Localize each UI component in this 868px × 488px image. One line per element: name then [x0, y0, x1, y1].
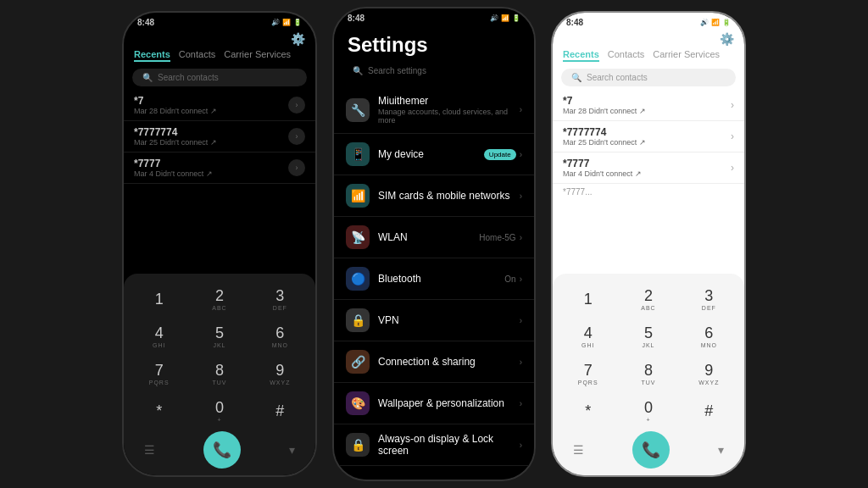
phone-3-nav-tabs: Recents Contacts Carrier Services [553, 47, 744, 65]
settings-arrow-miuithemer: › [520, 105, 522, 114]
dial-key-5[interactable]: 5JKL [191, 319, 248, 353]
phone-3-search-placeholder: Search contacts [587, 73, 648, 82]
settings-item-mydevice[interactable]: 📱 My device Update › [334, 134, 534, 175]
call-arrow-light-1: › [731, 99, 734, 111]
call-number-light-3: *7777 [563, 158, 731, 169]
settings-arrow-wlan: › [520, 233, 522, 242]
phone-2-time: 8:48 [348, 14, 364, 23]
dial-key-light-2[interactable]: 2ABC [620, 282, 676, 316]
settings-item-connection[interactable]: 🔗 Connection & sharing › [334, 341, 534, 383]
dial-key-light-hash[interactable]: # [681, 394, 737, 428]
gear-icon[interactable]: ⚙️ [291, 32, 305, 46]
menu-icon[interactable]: ☰ [144, 443, 155, 457]
dial-key-light-9[interactable]: 9WXYZ [681, 357, 737, 391]
settings-item-miuithemer[interactable]: 🔧 Miuithemer Manage accounts, cloud serv… [334, 86, 534, 134]
settings-item-sim[interactable]: 📶 SIM cards & mobile networks › [334, 175, 534, 217]
dial-key-light-7[interactable]: 7PQRS [559, 357, 616, 391]
dial-key-light-4[interactable]: 4GHI [559, 319, 616, 353]
settings-icon-connection: 🔗 [346, 350, 370, 374]
dial-key-light-3[interactable]: 3DEF [681, 282, 737, 316]
call-button-1[interactable]: 📞 [203, 431, 241, 469]
voicemail-icon[interactable]: ▾ [289, 443, 295, 457]
dial-key-4[interactable]: 4GHI [131, 319, 187, 353]
phone-1: 8:48 🔊 📶 🔋 ⚙️ Recents Contacts Carrier S… [122, 11, 317, 477]
settings-item-vpn[interactable]: 🔒 VPN › [334, 300, 534, 341]
tab-contacts[interactable]: Contacts [179, 49, 215, 62]
call-number-1: *7 [134, 95, 288, 107]
call-item-light-2[interactable]: *7777774 Mar 25 Didn't connect ↗ › [553, 121, 744, 152]
call-arrow-2: › [288, 128, 305, 145]
call-date-light-3: Mar 4 Didn't connect ↗ [563, 169, 731, 178]
phone-3-screen: 8:48 🔊 📶 🔋 ⚙️ Recents Contacts Carrier S… [553, 13, 744, 475]
voicemail-icon-light[interactable]: ▾ [718, 443, 724, 457]
phone-3-search-bar[interactable]: 🔍 Search contacts [561, 69, 736, 86]
dial-key-light-6[interactable]: 6MNO [681, 319, 737, 353]
settings-item-aod[interactable]: 🔒 Always-on display & Lock screen › [334, 424, 534, 466]
dial-key-light-8[interactable]: 8TUV [620, 357, 676, 391]
phone-1-search-bar[interactable]: 🔍 Search contacts [132, 69, 307, 86]
call-button-3[interactable]: 📞 [632, 431, 670, 469]
call-number-2: *7777774 [134, 126, 288, 138]
settings-name-miuithemer: Miuithemer [378, 95, 516, 107]
tab-contacts-light[interactable]: Contacts [608, 49, 644, 62]
call-item-1[interactable]: *7 Mar 28 Didn't connect ↗ › [124, 90, 315, 121]
settings-arrow-mydevice: › [520, 150, 522, 159]
phone-3-status-icons: 🔊 📶 🔋 [700, 19, 731, 26]
settings-arrow-aod: › [520, 441, 522, 450]
call-info-light-2: *7777774 Mar 25 Didn't connect ↗ [563, 126, 731, 147]
phones-container: 8:48 🔊 📶 🔋 ⚙️ Recents Contacts Carrier S… [0, 0, 868, 488]
settings-icon-miuithemer: 🔧 [346, 98, 370, 122]
call-info-light-3: *7777 Mar 4 Didn't connect ↗ [563, 158, 731, 178]
dial-key-2[interactable]: 2ABC [191, 282, 248, 316]
phone-1-top-bar: ⚙️ [124, 29, 315, 47]
call-arrow-light-2: › [731, 130, 734, 142]
dial-key-light-5[interactable]: 5JKL [620, 319, 676, 353]
phone-2: 8:48 🔊 📶 🔋 Settings 🔍 Search settings 🔧 … [332, 7, 536, 481]
phone-3-time: 8:48 [566, 18, 583, 27]
dial-key-6[interactable]: 6MNO [252, 319, 309, 353]
settings-text-vpn: VPN [378, 314, 516, 326]
dial-key-light-0[interactable]: 0+ [620, 394, 676, 428]
call-item-light-1[interactable]: *7 Mar 28 Didn't connect ↗ › [553, 90, 744, 121]
settings-value-wlan: Home-5G [479, 233, 515, 242]
phone-3-status-bar: 8:48 🔊 📶 🔋 [553, 13, 744, 29]
dial-key-7[interactable]: 7PQRS [131, 357, 187, 391]
settings-name-wallpaper: Wallpaper & personalization [378, 397, 516, 409]
call-number-light-2: *7777774 [563, 126, 731, 138]
phone-3-call-list: *7 Mar 28 Didn't connect ↗ › *7777774 Ma… [553, 90, 744, 274]
tab-carrier-services-light[interactable]: Carrier Services [653, 49, 720, 62]
settings-icon-aod: 🔒 [346, 433, 370, 457]
settings-item-wallpaper[interactable]: 🎨 Wallpaper & personalization › [334, 383, 534, 424]
phone-2-status-icons: 🔊 📶 🔋 [490, 14, 520, 22]
dial-key-0[interactable]: 0+ [191, 394, 248, 428]
settings-text-wlan: WLAN [378, 231, 479, 243]
dial-key-9[interactable]: 9WXYZ [252, 357, 309, 391]
settings-search[interactable]: 🔍 Search settings [342, 62, 526, 80]
dial-key-star[interactable]: * [131, 394, 187, 428]
tab-recents[interactable]: Recents [134, 49, 170, 62]
gear-icon-light[interactable]: ⚙️ [720, 32, 734, 46]
settings-badge-update: Update [484, 149, 516, 160]
tab-carrier-services[interactable]: Carrier Services [224, 49, 291, 62]
phone-1-status-icons: 🔊 📶 🔋 [271, 19, 302, 26]
phone-1-dialpad-grid: 1 2ABC 3DEF 4GHI 5JKL 6MNO 7PQRS 8TUV 9W… [131, 282, 309, 428]
dial-key-light-1[interactable]: 1 [559, 282, 616, 316]
menu-icon-light[interactable]: ☰ [573, 443, 584, 457]
dial-key-1[interactable]: 1 [131, 282, 187, 316]
dial-key-3[interactable]: 3DEF [252, 282, 309, 316]
settings-name-bluetooth: Bluetooth [378, 273, 504, 285]
call-info-3: *7777 Mar 4 Didn't connect ↗ [134, 158, 288, 178]
dial-key-hash[interactable]: # [252, 394, 309, 428]
phone-1-nav-tabs: Recents Contacts Carrier Services [124, 47, 315, 65]
settings-name-sim: SIM cards & mobile networks [378, 190, 516, 202]
tab-recents-light[interactable]: Recents [563, 49, 599, 62]
dial-key-light-star[interactable]: * [559, 394, 616, 428]
call-item-light-3[interactable]: *7777 Mar 4 Didn't connect ↗ › [553, 152, 744, 184]
call-date-2: Mar 25 Didn't connect ↗ [134, 138, 288, 147]
dial-key-8[interactable]: 8TUV [191, 357, 248, 391]
settings-text-miuithemer: Miuithemer Manage accounts, cloud servic… [378, 95, 516, 125]
call-item-2[interactable]: *7777774 Mar 25 Didn't connect ↗ › [124, 121, 315, 152]
settings-item-bluetooth[interactable]: 🔵 Bluetooth On › [334, 258, 534, 300]
settings-item-wlan[interactable]: 📡 WLAN Home-5G › [334, 217, 534, 258]
call-item-3[interactable]: *7777 Mar 4 Didn't connect ↗ › [124, 152, 315, 184]
